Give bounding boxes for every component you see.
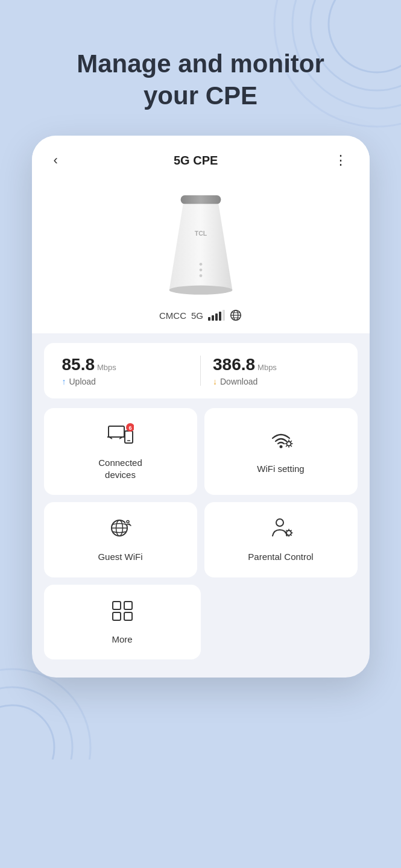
connected-devices-label: Connecteddevices xyxy=(98,457,142,480)
phone-mockup: ‹ 5G CPE ⋮ xyxy=(32,136,370,678)
svg-line-38 xyxy=(129,524,131,526)
speed-divider xyxy=(200,356,201,386)
svg-rect-43 xyxy=(113,612,121,620)
upload-label: Upload xyxy=(69,377,96,386)
guest-wifi-icon xyxy=(107,517,134,545)
carrier-label: CMCC xyxy=(159,310,186,321)
svg-point-4 xyxy=(0,705,54,760)
svg-rect-7 xyxy=(180,195,221,204)
device-area: TCL CMCC 5G xyxy=(32,178,370,333)
more-label: More xyxy=(112,634,132,646)
connected-devices-icon: 6 xyxy=(107,423,134,451)
svg-point-39 xyxy=(276,519,283,526)
network-type-label: 5G xyxy=(191,310,203,321)
svg-rect-15 xyxy=(215,313,218,321)
download-label: Download xyxy=(220,377,257,386)
hero-title: Manage and monitor your CPE xyxy=(77,48,324,112)
parental-control-icon xyxy=(268,517,294,545)
download-speed: 386.8 Mbps ↓ Download xyxy=(213,355,339,386)
svg-point-11 xyxy=(199,274,202,277)
page-title: 5G CPE xyxy=(174,154,218,168)
svg-rect-23 xyxy=(109,426,124,437)
upload-value: 85.8 Mbps xyxy=(62,355,189,374)
more-icon xyxy=(110,599,134,627)
wifi-setting-card[interactable]: WiFi setting xyxy=(204,408,358,495)
download-value: 386.8 Mbps xyxy=(213,355,339,374)
globe-icon xyxy=(230,309,242,321)
download-arrow-icon: ↓ xyxy=(213,377,217,386)
svg-text:TCL: TCL xyxy=(194,230,207,237)
svg-text:6: 6 xyxy=(128,425,131,431)
parental-control-card[interactable]: Parental Control xyxy=(204,502,358,577)
upload-arrow-icon: ↑ xyxy=(62,377,66,386)
phone-header: ‹ 5G CPE ⋮ xyxy=(32,136,370,178)
wifi-setting-label: WiFi setting xyxy=(257,463,304,475)
svg-point-5 xyxy=(0,687,72,760)
svg-point-32 xyxy=(286,441,291,445)
signal-info: CMCC 5G xyxy=(159,309,242,321)
svg-rect-44 xyxy=(124,612,132,620)
connected-devices-card[interactable]: 6 Connecteddevices xyxy=(44,408,197,495)
svg-point-9 xyxy=(199,263,202,266)
guest-wifi-label: Guest WiFi xyxy=(98,551,142,563)
svg-rect-16 xyxy=(219,312,221,321)
svg-point-12 xyxy=(169,286,232,295)
svg-point-10 xyxy=(199,268,202,271)
upload-speed: 85.8 Mbps ↑ Upload xyxy=(62,355,189,386)
more-card[interactable]: More xyxy=(44,585,201,660)
speed-card: 85.8 Mbps ↑ Upload 386.8 Mbps ↓ Download xyxy=(44,343,358,398)
back-button[interactable]: ‹ xyxy=(49,150,63,171)
guest-wifi-card[interactable]: Guest WiFi xyxy=(44,502,197,577)
svg-rect-13 xyxy=(208,317,210,321)
svg-rect-41 xyxy=(113,602,121,609)
cpe-device-image: TCL xyxy=(147,184,255,304)
more-options-button[interactable]: ⋮ xyxy=(329,150,353,171)
svg-point-0 xyxy=(329,0,401,72)
svg-rect-17 xyxy=(223,310,225,321)
signal-bars-icon xyxy=(208,310,225,321)
svg-rect-42 xyxy=(124,602,132,609)
svg-rect-27 xyxy=(125,431,133,443)
feature-grid: 6 Connecteddevices xyxy=(44,408,358,577)
parental-control-label: Parental Control xyxy=(248,551,313,563)
svg-rect-14 xyxy=(212,315,214,321)
bottom-row: More xyxy=(44,585,358,660)
wifi-setting-icon xyxy=(268,429,294,457)
svg-point-6 xyxy=(0,669,90,760)
svg-point-31 xyxy=(279,445,282,448)
